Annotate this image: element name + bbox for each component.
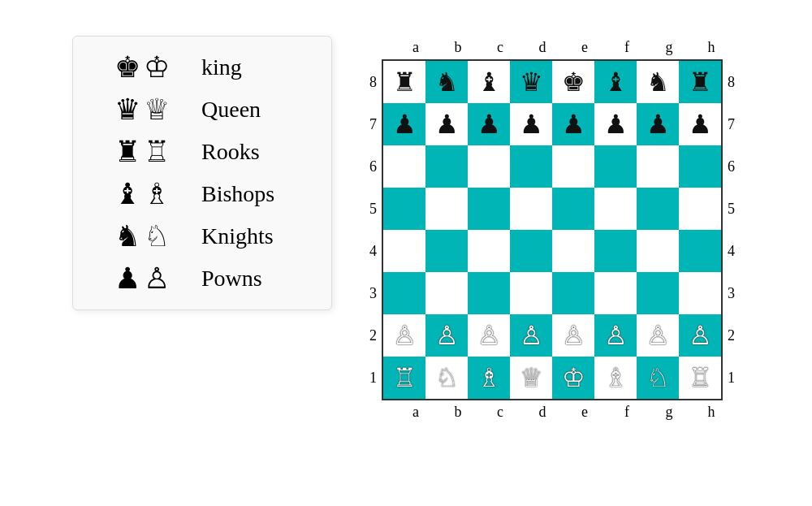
cell-h4 bbox=[679, 230, 721, 272]
rank-label-right-2: 2 bbox=[728, 314, 735, 357]
legend-row-king: ♚ ♔ king bbox=[97, 53, 307, 82]
piece-c2: ♙ bbox=[477, 322, 501, 348]
rank-label-right-7: 7 bbox=[728, 103, 735, 145]
piece-label-king: king bbox=[201, 54, 242, 80]
piece-c8: ♝ bbox=[477, 69, 501, 95]
piece-filled-queen: ♛ bbox=[114, 95, 140, 124]
cell-b2: ♙ bbox=[425, 314, 468, 357]
cell-f6 bbox=[594, 145, 637, 188]
cell-d2: ♙ bbox=[510, 314, 552, 357]
piece-icons-powns: ♟ ♙ bbox=[97, 264, 187, 293]
cell-e5 bbox=[552, 188, 594, 230]
piece-filled-rooks: ♜ bbox=[114, 137, 140, 167]
legend-row-powns: ♟ ♙ Powns bbox=[97, 264, 307, 293]
piece-e7: ♟ bbox=[562, 111, 585, 137]
cell-f8: ♝ bbox=[594, 61, 637, 103]
piece-b1: ♘ bbox=[435, 365, 459, 391]
cell-b8: ♞ bbox=[425, 61, 468, 103]
cell-g2: ♙ bbox=[637, 314, 679, 357]
file-label-c: c bbox=[479, 39, 521, 56]
piece-a1: ♖ bbox=[393, 365, 417, 391]
main-content: ♚ ♔ king ♛ ♕ Queen ♜ ♖ Rooks ♝ ♗ Bishops… bbox=[72, 36, 740, 424]
cell-e3 bbox=[552, 272, 594, 314]
cell-d4 bbox=[510, 230, 552, 272]
file-label-a: a bbox=[395, 39, 437, 56]
cell-c6 bbox=[468, 145, 510, 188]
piece-icons-rooks: ♜ ♖ bbox=[97, 137, 187, 167]
cell-e2: ♙ bbox=[552, 314, 594, 357]
cell-f3 bbox=[594, 272, 637, 314]
cell-g7: ♟ bbox=[637, 103, 679, 145]
cell-a3 bbox=[383, 272, 425, 314]
rank-labels-left: 87654321 bbox=[365, 61, 382, 399]
cell-h5 bbox=[679, 188, 721, 230]
cell-c5 bbox=[468, 188, 510, 230]
cell-g1: ♘ bbox=[637, 357, 679, 399]
piece-g1: ♘ bbox=[646, 365, 670, 391]
rank-label-right-3: 3 bbox=[728, 272, 735, 314]
piece-d8: ♛ bbox=[520, 69, 543, 95]
cell-d7: ♟ bbox=[510, 103, 552, 145]
cell-e4 bbox=[552, 230, 594, 272]
chess-board: ♜♞♝♛♚♝♞♜♟♟♟♟♟♟♟♟♙♙♙♙♙♙♙♙♖♘♗♕♔♗♘♖ bbox=[382, 59, 723, 400]
cell-f2: ♙ bbox=[594, 314, 637, 357]
cell-h1: ♖ bbox=[679, 357, 721, 399]
cell-b3 bbox=[425, 272, 468, 314]
cell-c1: ♗ bbox=[468, 357, 510, 399]
cell-d1: ♕ bbox=[510, 357, 552, 399]
piece-g7: ♟ bbox=[646, 111, 670, 137]
piece-icons-knights: ♞ ♘ bbox=[97, 222, 187, 251]
cell-g6 bbox=[637, 145, 679, 188]
piece-a8: ♜ bbox=[393, 69, 417, 95]
file-label-bottom-a: a bbox=[395, 404, 437, 421]
piece-g2: ♙ bbox=[646, 322, 670, 348]
cell-b5 bbox=[425, 188, 468, 230]
cell-b1: ♘ bbox=[425, 357, 468, 399]
rank-label-left-6: 6 bbox=[369, 145, 377, 188]
piece-b7: ♟ bbox=[435, 111, 459, 137]
legend-row-bishops: ♝ ♗ Bishops bbox=[97, 179, 307, 209]
cell-d6 bbox=[510, 145, 552, 188]
cell-d8: ♛ bbox=[510, 61, 552, 103]
cell-e8: ♚ bbox=[552, 61, 594, 103]
piece-f8: ♝ bbox=[604, 69, 628, 95]
piece-g8: ♞ bbox=[646, 69, 670, 95]
legend-row-rooks: ♜ ♖ Rooks bbox=[97, 137, 307, 167]
cell-g8: ♞ bbox=[637, 61, 679, 103]
file-label-g: g bbox=[648, 39, 690, 56]
cell-c8: ♝ bbox=[468, 61, 510, 103]
cell-e7: ♟ bbox=[552, 103, 594, 145]
rank-label-left-7: 7 bbox=[369, 103, 377, 145]
cell-h8: ♜ bbox=[679, 61, 721, 103]
file-labels-bottom: abcdefgh bbox=[395, 400, 732, 424]
cell-b6 bbox=[425, 145, 468, 188]
piece-label-powns: Powns bbox=[201, 266, 262, 292]
cell-c7: ♟ bbox=[468, 103, 510, 145]
piece-filled-bishops: ♝ bbox=[114, 179, 140, 209]
piece-icons-king: ♚ ♔ bbox=[97, 53, 187, 82]
cell-a5 bbox=[383, 188, 425, 230]
piece-outline-powns: ♙ bbox=[144, 264, 170, 293]
cell-b4 bbox=[425, 230, 468, 272]
file-label-e: e bbox=[564, 39, 606, 56]
cell-g4 bbox=[637, 230, 679, 272]
piece-h8: ♜ bbox=[689, 69, 712, 95]
piece-a7: ♟ bbox=[393, 111, 417, 137]
piece-h2: ♙ bbox=[689, 322, 712, 348]
piece-icons-queen: ♛ ♕ bbox=[97, 95, 187, 124]
cell-a4 bbox=[383, 230, 425, 272]
piece-outline-queen: ♕ bbox=[144, 95, 170, 124]
cell-a6 bbox=[383, 145, 425, 188]
cell-h2: ♙ bbox=[679, 314, 721, 357]
piece-c1: ♗ bbox=[477, 365, 501, 391]
rank-label-left-2: 2 bbox=[369, 314, 377, 357]
file-label-bottom-e: e bbox=[564, 404, 606, 421]
cell-e6 bbox=[552, 145, 594, 188]
cell-f4 bbox=[594, 230, 637, 272]
piece-e1: ♔ bbox=[562, 365, 585, 391]
file-label-bottom-f: f bbox=[606, 404, 648, 421]
cell-c3 bbox=[468, 272, 510, 314]
board-wrapper: 87654321 ♜♞♝♛♚♝♞♜♟♟♟♟♟♟♟♟♙♙♙♙♙♙♙♙♖♘♗♕♔♗♘… bbox=[365, 59, 740, 400]
piece-f2: ♙ bbox=[604, 322, 628, 348]
cell-c4 bbox=[468, 230, 510, 272]
